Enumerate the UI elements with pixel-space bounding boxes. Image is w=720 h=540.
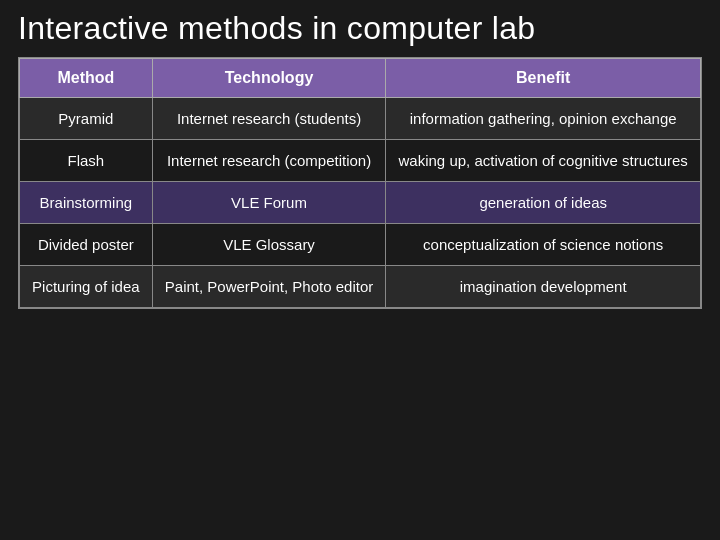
col-header-method: Method — [20, 59, 153, 98]
cell-technology: Paint, PowerPoint, Photo editor — [152, 266, 386, 308]
cell-benefit: information gathering, opinion exchange — [386, 98, 701, 140]
cell-technology: VLE Glossary — [152, 224, 386, 266]
page-title: Interactive methods in computer lab — [18, 10, 702, 47]
table-row: Divided posterVLE Glossaryconceptualizat… — [20, 224, 701, 266]
table-row: FlashInternet research (competition)waki… — [20, 140, 701, 182]
cell-benefit: waking up, activation of cognitive struc… — [386, 140, 701, 182]
col-header-benefit: Benefit — [386, 59, 701, 98]
table-row: Picturing of ideaPaint, PowerPoint, Phot… — [20, 266, 701, 308]
col-header-technology: Technology — [152, 59, 386, 98]
cell-benefit: imagination development — [386, 266, 701, 308]
cell-technology: Internet research (students) — [152, 98, 386, 140]
main-table: Method Technology Benefit PyramidInterne… — [19, 58, 701, 308]
table-wrapper: Method Technology Benefit PyramidInterne… — [18, 57, 702, 309]
cell-technology: Internet research (competition) — [152, 140, 386, 182]
cell-method: Pyramid — [20, 98, 153, 140]
table-row: BrainstormingVLE Forumgeneration of idea… — [20, 182, 701, 224]
page-container: Interactive methods in computer lab Meth… — [0, 0, 720, 540]
cell-benefit: conceptualization of science notions — [386, 224, 701, 266]
table-row: PyramidInternet research (students)infor… — [20, 98, 701, 140]
cell-method: Flash — [20, 140, 153, 182]
cell-method: Picturing of idea — [20, 266, 153, 308]
cell-method: Brainstorming — [20, 182, 153, 224]
table-header-row: Method Technology Benefit — [20, 59, 701, 98]
cell-technology: VLE Forum — [152, 182, 386, 224]
cell-method: Divided poster — [20, 224, 153, 266]
cell-benefit: generation of ideas — [386, 182, 701, 224]
